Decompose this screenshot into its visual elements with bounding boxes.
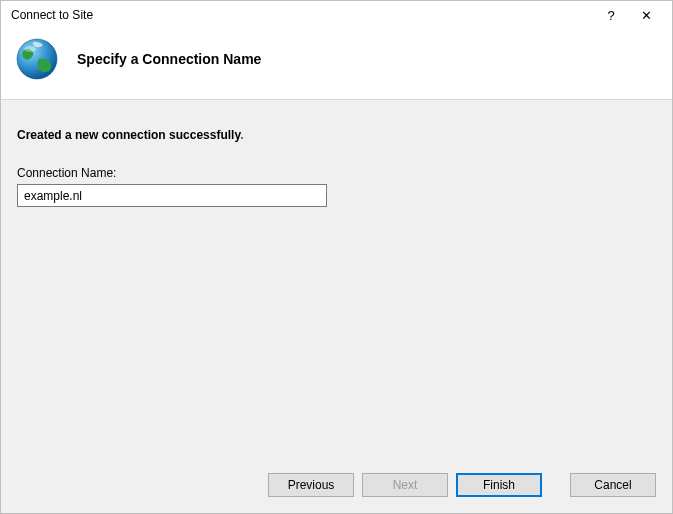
connection-name-label: Connection Name:	[17, 166, 656, 180]
status-text: Created a new connection successfully	[17, 128, 240, 142]
svg-point-1	[24, 46, 36, 52]
page-title: Specify a Connection Name	[77, 51, 261, 67]
help-button[interactable]: ?	[596, 3, 626, 27]
dialog-window: Connect to Site ? ✕ Specify a Connection…	[0, 0, 673, 514]
dialog-header: Specify a Connection Name	[1, 29, 672, 100]
dialog-content: Created a new connection successfully. C…	[1, 100, 672, 461]
next-button[interactable]: Next	[362, 473, 448, 497]
previous-button[interactable]: Previous	[268, 473, 354, 497]
status-message: Created a new connection successfully.	[17, 128, 656, 142]
help-icon: ?	[607, 8, 614, 23]
globe-icon	[15, 37, 59, 81]
dialog-footer: Previous Next Finish Cancel	[1, 461, 672, 513]
close-icon: ✕	[641, 8, 652, 23]
titlebar: Connect to Site ? ✕	[1, 1, 672, 29]
finish-button[interactable]: Finish	[456, 473, 542, 497]
window-title: Connect to Site	[11, 8, 596, 22]
cancel-button[interactable]: Cancel	[570, 473, 656, 497]
connection-name-input[interactable]	[17, 184, 327, 207]
close-button[interactable]: ✕	[626, 3, 666, 27]
button-spacer	[550, 473, 562, 497]
status-dot: .	[240, 128, 243, 142]
